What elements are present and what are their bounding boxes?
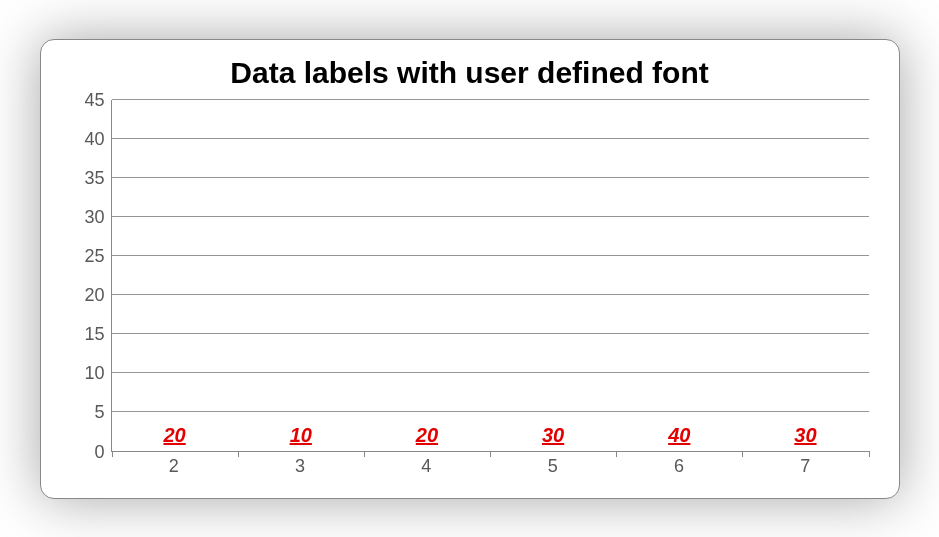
y-tick-label: 5 bbox=[94, 403, 104, 421]
x-tick-label: 5 bbox=[489, 452, 615, 480]
y-tick-label: 25 bbox=[84, 247, 104, 265]
chart-container: Data labels with user defined font 05101… bbox=[40, 39, 900, 499]
y-tick-label: 10 bbox=[84, 364, 104, 382]
grid-line bbox=[112, 333, 869, 334]
x-tick-label: 2 bbox=[111, 452, 237, 480]
y-tick-label: 15 bbox=[84, 325, 104, 343]
chart-title: Data labels with user defined font bbox=[71, 56, 869, 90]
grid-line bbox=[112, 294, 869, 295]
y-tick-label: 35 bbox=[84, 169, 104, 187]
x-tick-label: 7 bbox=[742, 452, 868, 480]
x-tick-label: 4 bbox=[363, 452, 489, 480]
grid-line bbox=[112, 372, 869, 373]
data-label: 40 bbox=[668, 424, 690, 447]
data-label: 30 bbox=[794, 424, 816, 447]
y-tick-label: 45 bbox=[84, 91, 104, 109]
x-tick-mark bbox=[616, 451, 617, 457]
x-tick-mark bbox=[742, 451, 743, 457]
x-tick-mark bbox=[869, 451, 870, 457]
grid-line bbox=[112, 255, 869, 256]
data-label: 30 bbox=[542, 424, 564, 447]
x-tick-mark bbox=[490, 451, 491, 457]
y-tick-label: 40 bbox=[84, 130, 104, 148]
plot-area: 201020304030 bbox=[111, 100, 869, 452]
y-tick-label: 0 bbox=[94, 443, 104, 461]
y-tick-label: 20 bbox=[84, 286, 104, 304]
data-label: 20 bbox=[416, 424, 438, 447]
bars-group: 201020304030 bbox=[112, 100, 869, 451]
plot-row: 051015202530354045 201020304030 bbox=[71, 100, 869, 452]
x-tick-label: 3 bbox=[237, 452, 363, 480]
x-tick-mark bbox=[364, 451, 365, 457]
chart-frame: Data labels with user defined font 05101… bbox=[40, 39, 900, 499]
data-label: 20 bbox=[163, 424, 185, 447]
grid-line bbox=[112, 177, 869, 178]
grid-line bbox=[112, 411, 869, 412]
y-tick-label: 30 bbox=[84, 208, 104, 226]
x-tick-label: 6 bbox=[616, 452, 742, 480]
grid-line bbox=[112, 216, 869, 217]
grid-line bbox=[112, 138, 869, 139]
y-axis: 051015202530354045 bbox=[71, 100, 111, 452]
x-tick-mark bbox=[238, 451, 239, 457]
data-label: 10 bbox=[290, 424, 312, 447]
grid-line bbox=[112, 99, 869, 100]
x-tick-mark bbox=[112, 451, 113, 457]
